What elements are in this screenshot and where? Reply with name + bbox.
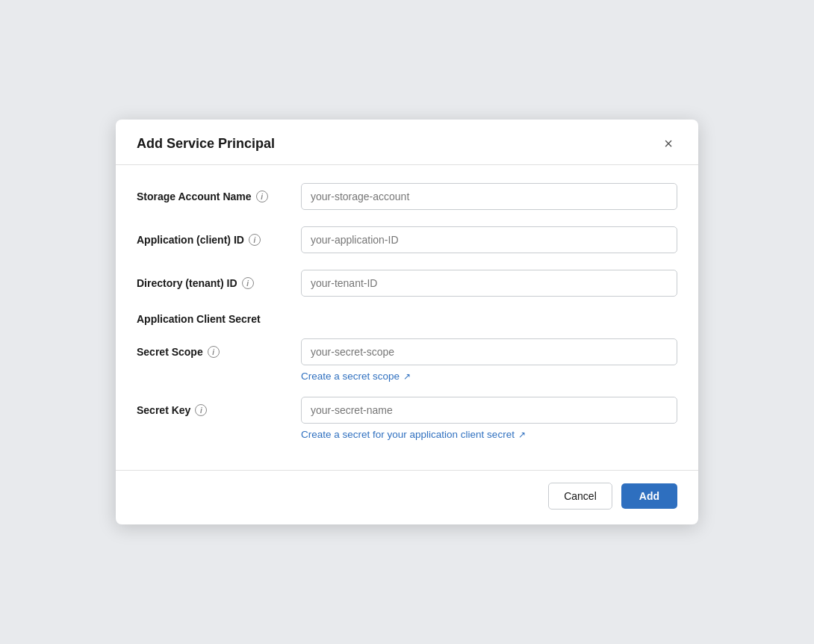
create-secret-key-link-area: Create a secret for your application cli… — [301, 428, 677, 440]
directory-id-input[interactable] — [301, 270, 677, 297]
storage-account-label: Storage Account Name i — [137, 191, 301, 202]
application-id-row: Application (client) ID i — [137, 226, 677, 253]
close-button[interactable]: × — [659, 134, 677, 152]
application-id-label: Application (client) ID i — [137, 234, 301, 246]
secret-key-info-icon: i — [195, 404, 207, 416]
directory-id-row: Directory (tenant) ID i — [137, 270, 677, 297]
dialog-body: Storage Account Name i Application (clie… — [116, 165, 698, 464]
secret-scope-label: Secret Scope i — [137, 346, 301, 358]
directory-id-label: Directory (tenant) ID i — [137, 277, 301, 289]
create-secret-scope-link[interactable]: Create a secret scope ↗ — [301, 371, 411, 382]
secret-scope-input[interactable] — [301, 338, 677, 365]
storage-account-row: Storage Account Name i — [137, 183, 677, 210]
directory-id-info-icon: i — [242, 277, 254, 289]
dialog-header: Add Service Principal × — [116, 120, 698, 165]
secret-scope-row: Secret Scope i Create a secret scope ↗ — [137, 338, 677, 382]
secret-key-inner: Secret Key i — [137, 397, 677, 424]
create-secret-scope-link-area: Create a secret scope ↗ — [301, 370, 677, 382]
application-id-info-icon: i — [249, 234, 261, 246]
storage-account-info-icon: i — [256, 191, 268, 202]
dialog-title: Add Service Principal — [137, 136, 275, 152]
secret-scope-external-icon: ↗ — [403, 371, 411, 382]
secret-key-label: Secret Key i — [137, 404, 301, 416]
create-secret-key-link[interactable]: Create a secret for your application cli… — [301, 429, 526, 440]
application-id-input[interactable] — [301, 226, 677, 253]
secret-key-external-icon: ↗ — [518, 430, 526, 440]
dialog: Add Service Principal × Storage Account … — [116, 120, 698, 524]
secret-key-row: Secret Key i Create a secret for your ap… — [137, 397, 677, 440]
secret-scope-info-icon: i — [208, 346, 220, 358]
storage-account-input[interactable] — [301, 183, 677, 210]
overlay: Add Service Principal × Storage Account … — [0, 0, 814, 644]
dialog-footer: Cancel Add — [116, 470, 698, 524]
application-client-secret-heading: Application Client Secret — [137, 313, 677, 325]
cancel-button[interactable]: Cancel — [548, 483, 612, 510]
secret-scope-inner: Secret Scope i — [137, 338, 677, 365]
secret-key-input[interactable] — [301, 397, 677, 424]
add-button[interactable]: Add — [621, 483, 677, 509]
